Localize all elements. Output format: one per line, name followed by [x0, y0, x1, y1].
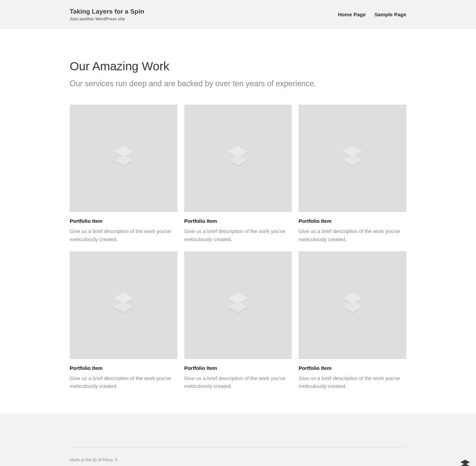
site-branding[interactable]: Taking Layers for a Spin Just another Wo…	[70, 7, 144, 21]
portfolio-description: Give us a brief description of the work …	[70, 227, 177, 243]
layers-badge-icon[interactable]	[460, 460, 470, 466]
portfolio-title[interactable]: Portfolio Item	[70, 218, 177, 224]
portfolio-card[interactable]: Portfolio Item Give us a brief descripti…	[70, 251, 177, 390]
site-title[interactable]: Taking Layers for a Spin	[70, 7, 144, 16]
layers-placeholder-icon	[223, 142, 253, 174]
portfolio-thumbnail[interactable]	[184, 105, 292, 212]
portfolio-card[interactable]: Portfolio Item Give us a brief descripti…	[184, 251, 292, 390]
portfolio-thumbnail[interactable]	[70, 105, 177, 212]
layers-placeholder-icon	[108, 142, 139, 174]
portfolio-title[interactable]: Portfolio Item	[184, 218, 292, 224]
portfolio-title[interactable]: Portfolio Item	[299, 218, 406, 224]
portfolio-description: Give us a brief description of the work …	[184, 374, 292, 390]
portfolio-thumbnail[interactable]	[299, 251, 406, 359]
layers-placeholder-icon	[223, 289, 253, 321]
portfolio-thumbnail[interactable]	[184, 251, 292, 359]
site-tagline: Just another WordPress site	[70, 17, 144, 21]
footer-credit: Made at the tip of Africa. ©	[70, 458, 406, 462]
portfolio-card[interactable]: Portfolio Item Give us a brief descripti…	[184, 105, 292, 243]
portfolio-card[interactable]: Portfolio Item Give us a brief descripti…	[299, 251, 406, 390]
layers-placeholder-icon	[108, 289, 139, 321]
portfolio-thumbnail[interactable]	[299, 105, 406, 212]
portfolio-thumbnail[interactable]	[70, 251, 177, 359]
portfolio-card[interactable]: Portfolio Item Give us a brief descripti…	[299, 105, 406, 243]
portfolio-title[interactable]: Portfolio Item	[299, 365, 406, 371]
portfolio-title[interactable]: Portfolio Item	[184, 365, 292, 371]
footer-divider	[70, 448, 406, 448]
portfolio-card[interactable]: Portfolio Item Give us a brief descripti…	[70, 105, 177, 243]
nav-home-page[interactable]: Home Page	[338, 12, 366, 17]
main-content: Our Amazing Work Our services run deep a…	[0, 29, 476, 414]
portfolio-description: Give us a brief description of the work …	[70, 374, 177, 390]
portfolio-description: Give us a brief description of the work …	[299, 374, 406, 390]
portfolio-title[interactable]: Portfolio Item	[70, 365, 177, 371]
header: Taking Layers for a Spin Just another Wo…	[0, 0, 476, 29]
footer: Made at the tip of Africa. ©	[0, 414, 476, 466]
layers-placeholder-icon	[337, 289, 368, 321]
nav-sample-page[interactable]: Sample Page	[375, 12, 406, 17]
portfolio-grid: Portfolio Item Give us a brief descripti…	[70, 105, 406, 390]
portfolio-description: Give us a brief description of the work …	[184, 227, 292, 243]
section-title: Our Amazing Work	[70, 59, 406, 73]
primary-nav: Home Page Sample Page	[338, 12, 406, 17]
layers-placeholder-icon	[337, 142, 368, 174]
section-subtitle: Our services run deep and are backed by …	[70, 79, 406, 88]
portfolio-description: Give us a brief description of the work …	[299, 227, 406, 243]
